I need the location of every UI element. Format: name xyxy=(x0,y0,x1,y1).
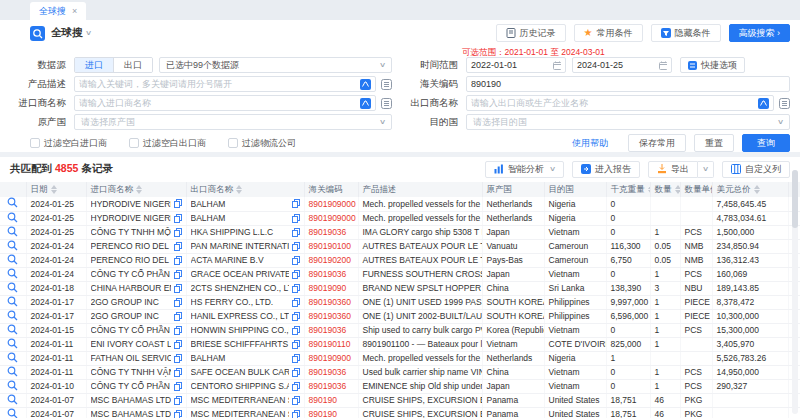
row-detail-icon[interactable] xyxy=(7,380,18,391)
favorites-button[interactable]: ★ 常用条件 xyxy=(574,24,643,42)
table-row[interactable]: 2024-01-24CÔNG TY CỔ PHẦN NOSCO SHIPYARD… xyxy=(0,267,800,281)
importer-field[interactable] xyxy=(74,95,376,111)
scrollbar-thumb[interactable] xyxy=(792,170,798,228)
copy-icon[interactable] xyxy=(292,270,300,279)
sort-icon[interactable] xyxy=(236,185,242,194)
quick-options-button[interactable]: 快捷选项 xyxy=(680,57,745,73)
search-button[interactable]: 查询 xyxy=(742,134,790,152)
table-row[interactable]: 2024-01-07MSC BAHAMAS LTDMSC MEDITERRANE… xyxy=(0,407,800,418)
row-detail-icon[interactable] xyxy=(7,240,18,251)
sort-icon[interactable] xyxy=(754,185,760,194)
toggle-import[interactable]: 进口 xyxy=(75,58,113,72)
cell-hs-code[interactable]: 89019090 xyxy=(304,281,358,295)
tab-global-search[interactable]: 全球搜 × xyxy=(30,2,86,20)
cell-hs-code[interactable]: 8901909000 xyxy=(304,211,358,225)
copy-icon[interactable] xyxy=(292,228,300,237)
copy-icon[interactable] xyxy=(292,242,300,251)
row-detail-icon[interactable] xyxy=(7,352,18,363)
cell-hs-code[interactable]: 890190360 xyxy=(304,295,358,309)
cell-detail[interactable] xyxy=(0,407,26,418)
cell-hs-code[interactable]: 890190 xyxy=(304,393,358,407)
row-detail-icon[interactable] xyxy=(7,268,18,279)
table-row[interactable]: 2024-01-25HYDRODIVE NIGERIA LIMITEDBALHA… xyxy=(0,211,800,225)
cell-hs-code[interactable]: 890190200 xyxy=(304,253,358,267)
copy-icon[interactable] xyxy=(292,382,300,391)
batch-input-icon[interactable] xyxy=(381,79,392,90)
sort-icon[interactable] xyxy=(136,185,142,194)
copy-icon[interactable] xyxy=(292,396,300,405)
cell-hs-code[interactable]: 89019036 xyxy=(304,379,358,393)
copy-icon[interactable] xyxy=(174,312,182,321)
copy-icon[interactable] xyxy=(292,199,300,208)
hs-code-input[interactable] xyxy=(471,79,785,89)
history-button[interactable]: 历史记录 xyxy=(496,24,566,42)
copy-icon[interactable] xyxy=(292,410,300,418)
exporter-field[interactable] xyxy=(466,95,774,111)
table-row[interactable]: 2024-01-24PERENCO RIO DEL REYPAN MARINE … xyxy=(0,239,800,253)
match-toggle-icon[interactable] xyxy=(758,98,769,109)
copy-icon[interactable] xyxy=(292,214,300,223)
importer-input[interactable] xyxy=(79,98,360,108)
cell-hs-code[interactable]: 890190900 xyxy=(304,351,358,365)
tab-close-icon[interactable]: × xyxy=(72,6,77,16)
copy-icon[interactable] xyxy=(174,326,182,335)
cell-hs-code[interactable]: 89019036 xyxy=(304,225,358,239)
cell-detail[interactable] xyxy=(0,295,26,309)
copy-icon[interactable] xyxy=(174,354,182,363)
smart-analysis-button[interactable]: 智能分析 ∨ xyxy=(485,161,564,178)
table-row[interactable]: 2024-01-24PERENCO RIO DEL REYACTA MARINE… xyxy=(0,253,800,267)
row-detail-icon[interactable] xyxy=(7,296,18,307)
dest-select[interactable]: 请选择目的国 ∨ xyxy=(466,114,790,130)
copy-icon[interactable] xyxy=(292,256,300,265)
copy-icon[interactable] xyxy=(174,368,182,377)
vertical-scrollbar[interactable] xyxy=(792,170,798,414)
cell-detail[interactable] xyxy=(0,393,26,407)
copy-icon[interactable] xyxy=(174,256,182,265)
row-detail-icon[interactable] xyxy=(7,254,18,265)
hide-conditions-button[interactable]: 隐藏条件 xyxy=(651,24,721,42)
cell-detail[interactable] xyxy=(0,337,26,351)
date-to-input[interactable] xyxy=(577,60,659,70)
row-detail-icon[interactable] xyxy=(7,394,18,405)
advanced-search-button[interactable]: 高级搜索 › xyxy=(729,24,791,42)
table-row[interactable]: 2024-01-172GO GROUP INCHS FERRY CO., LTD… xyxy=(0,295,800,309)
toggle-export[interactable]: 出口 xyxy=(113,58,152,72)
copy-icon[interactable] xyxy=(292,354,300,363)
sort-icon[interactable] xyxy=(51,185,57,194)
enter-report-button[interactable]: 进入报告 xyxy=(572,161,640,178)
cell-hs-code[interactable]: 890190110 xyxy=(304,337,358,351)
copy-icon[interactable] xyxy=(292,298,300,307)
table-row[interactable]: 2024-01-172GO GROUP INCHANIL EXPRESS CO.… xyxy=(0,309,800,323)
checkbox-filter-logistics[interactable]: 过滤物流公司 xyxy=(228,137,296,150)
table-row[interactable]: 2024-01-11ENI IVORY COAST LIMITEDBRIESE … xyxy=(0,337,800,351)
export-dropdown-button[interactable]: ∨ xyxy=(698,161,714,178)
copy-icon[interactable] xyxy=(174,228,182,237)
table-row[interactable]: 2024-01-10CÔNG TY CỔ PHẦN NOSCO SHIPYARD… xyxy=(0,379,800,393)
cell-detail[interactable] xyxy=(0,211,26,225)
batch-input-icon[interactable] xyxy=(381,98,392,109)
match-toggle-icon[interactable] xyxy=(360,79,371,90)
row-detail-icon[interactable] xyxy=(7,197,18,208)
date-from-field[interactable] xyxy=(466,57,566,73)
col-header-0[interactable]: 日期 xyxy=(26,182,86,197)
checkbox-filter-blank-importer[interactable]: 过滤空白进口商 xyxy=(30,137,107,150)
col-header-1[interactable]: 进口商名称 xyxy=(86,182,186,197)
match-toggle-icon[interactable] xyxy=(360,98,371,109)
row-detail-icon[interactable] xyxy=(7,324,18,335)
sort-icon[interactable] xyxy=(675,185,681,194)
copy-icon[interactable] xyxy=(174,382,182,391)
table-row[interactable]: 2024-01-18CHINA HARBOUR ENGINEERING CO L… xyxy=(0,281,800,295)
checkbox-filter-blank-exporter[interactable]: 过滤空白出口商 xyxy=(129,137,206,150)
cell-hs-code[interactable]: 890190100 xyxy=(304,239,358,253)
table-row[interactable]: 2024-01-11FATHAN OIL SERVICE LIMITEDBALH… xyxy=(0,351,800,365)
help-link[interactable]: 使用帮助 xyxy=(572,137,608,150)
cell-detail[interactable] xyxy=(0,365,26,379)
product-input[interactable] xyxy=(79,79,360,89)
col-header-10[interactable]: 美元总价 xyxy=(712,182,788,197)
copy-icon[interactable] xyxy=(174,242,182,251)
cell-detail[interactable] xyxy=(0,309,26,323)
copy-icon[interactable] xyxy=(174,410,182,418)
copy-icon[interactable] xyxy=(174,284,182,293)
chevron-down-icon[interactable]: ∨ xyxy=(84,29,91,37)
cell-detail[interactable] xyxy=(0,253,26,267)
